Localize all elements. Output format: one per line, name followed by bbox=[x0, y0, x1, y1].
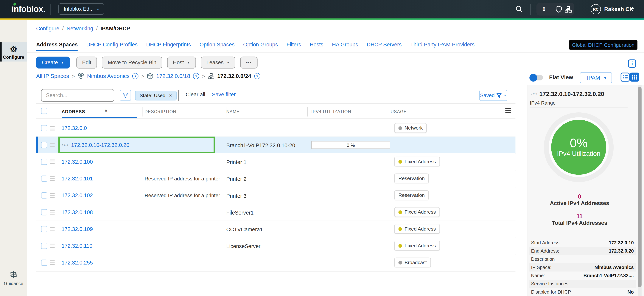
column-header-utilization[interactable]: IPV4 UTILIZATION bbox=[311, 109, 351, 114]
row-checkbox[interactable] bbox=[41, 142, 47, 148]
tab-dhcp-fingerprints[interactable]: DHCP Fingerprints bbox=[146, 41, 191, 51]
list-view-button[interactable] bbox=[621, 73, 630, 81]
saved-filters-button[interactable]: Saved ▼ bbox=[479, 90, 507, 101]
select-all-checkbox[interactable] bbox=[41, 108, 47, 114]
column-header-name[interactable]: NAME bbox=[226, 109, 240, 114]
row-drag-handle-icon[interactable] bbox=[50, 227, 54, 231]
table-row[interactable]: 172.32.0.108 FileServer1 Fixed Address bbox=[36, 204, 516, 221]
global-dhcp-configuration-button[interactable]: Global DHCP Configuration bbox=[569, 40, 637, 50]
user-name[interactable]: Rakesh CK bbox=[604, 6, 634, 12]
row-drag-handle-icon[interactable] bbox=[50, 193, 54, 197]
ip-space-expand-icon[interactable]: ▼ bbox=[132, 73, 138, 79]
sort-asc-icon[interactable]: ∧ bbox=[104, 108, 108, 113]
tab-filters[interactable]: Filters bbox=[286, 41, 301, 51]
focus-highlight-box bbox=[58, 137, 215, 153]
column-header-description[interactable]: DESCRIPTION bbox=[145, 109, 176, 114]
create-button[interactable]: Create ▼ bbox=[36, 57, 70, 69]
view-mode-select[interactable]: IPAM ▼ bbox=[580, 72, 612, 83]
table-row[interactable]: 172.32.0.110 LicenseServer Fixed Address bbox=[36, 237, 516, 255]
tab-third-party-ipam-providers[interactable]: Third Party IPAM Providers bbox=[410, 41, 474, 51]
header-divider bbox=[27, 53, 644, 53]
row-checkbox[interactable] bbox=[41, 192, 47, 198]
table-row[interactable]: 172.32.0.100 Printer 1 Fixed Address bbox=[36, 153, 516, 170]
clear-all-button[interactable]: Clear all bbox=[186, 92, 205, 98]
row-drag-handle-icon[interactable] bbox=[50, 159, 54, 164]
table-row-selected[interactable]: ○○○172.32.0.10-172.32.0.20 Branch1-VoIP1… bbox=[36, 137, 516, 154]
user-menu-chevron-icon[interactable]: ˅ bbox=[632, 6, 634, 11]
address-link[interactable]: 172.32.0.102 bbox=[62, 192, 93, 198]
row-checkbox[interactable] bbox=[41, 176, 47, 182]
row-drag-handle-icon[interactable] bbox=[50, 244, 54, 248]
address-link[interactable]: 172.32.0.101 bbox=[62, 176, 93, 182]
row-drag-handle-icon[interactable] bbox=[50, 210, 54, 214]
tab-address-spaces[interactable]: Address Spaces bbox=[36, 41, 78, 51]
address-link[interactable]: 172.32.0.0 bbox=[62, 125, 87, 131]
tab-hosts[interactable]: Hosts bbox=[310, 41, 323, 51]
table-menu-icon[interactable] bbox=[505, 108, 511, 113]
tab-option-groups[interactable]: Option Groups bbox=[243, 41, 278, 51]
ip-space-link[interactable]: Nimbus Aveonics bbox=[87, 73, 130, 79]
name-cell: CCTVCamera1 bbox=[226, 226, 263, 233]
search-icon[interactable] bbox=[516, 5, 523, 13]
host-button[interactable]: Host ▼ bbox=[167, 57, 196, 69]
notification-count[interactable]: 0 bbox=[536, 6, 552, 12]
top-bar: infoblox. Infoblox Ed... ⌄ 0 bbox=[0, 0, 644, 18]
breadcrumb-configure[interactable]: Configure bbox=[36, 25, 59, 31]
row-checkbox[interactable] bbox=[41, 159, 47, 165]
flat-view-toggle-knob[interactable] bbox=[530, 74, 537, 82]
tab-dhcp-config-profiles[interactable]: DHCP Config Profiles bbox=[86, 41, 138, 51]
row-drag-handle-icon[interactable] bbox=[50, 260, 54, 265]
chip-close-icon[interactable]: × bbox=[169, 93, 172, 98]
address-link[interactable]: 172.32.0.109 bbox=[62, 226, 93, 232]
address-link[interactable]: 172.32.0.255 bbox=[62, 260, 93, 266]
network-link[interactable]: 172.32.0.0/18 bbox=[156, 73, 190, 79]
sitemap-icon[interactable] bbox=[565, 6, 572, 12]
address-link[interactable]: 172.32.0.108 bbox=[62, 209, 93, 215]
address-link[interactable]: 172.32.0.100 bbox=[62, 159, 93, 165]
sidebar-item-guidance[interactable]: Guidance bbox=[0, 271, 27, 286]
tab-ha-groups[interactable]: HA Groups bbox=[332, 41, 358, 51]
topbar-divider bbox=[583, 4, 583, 15]
chevron-down-icon: ▼ bbox=[226, 61, 230, 64]
more-actions-button[interactable]: ••• bbox=[240, 57, 258, 69]
save-filter-link[interactable]: Save filter bbox=[212, 92, 236, 98]
info-icon[interactable]: i bbox=[628, 59, 636, 68]
table-row[interactable]: 172.32.0.109 CCTVCamera1 Fixed Address bbox=[36, 221, 516, 238]
table-row[interactable]: 172.32.0.102 Reserved IP address for a p… bbox=[36, 187, 516, 204]
avatar[interactable]: RC bbox=[590, 4, 601, 14]
filter-funnel-button[interactable] bbox=[120, 90, 131, 101]
breadcrumb-separator: / bbox=[96, 25, 98, 31]
table-row[interactable]: 172.32.0.255 Broadcast bbox=[36, 254, 516, 271]
breadcrumb-networking[interactable]: Networking bbox=[66, 25, 93, 31]
row-checkbox[interactable] bbox=[41, 209, 47, 215]
network-expand-icon[interactable]: ▼ bbox=[193, 73, 199, 79]
filter-chip-state-used[interactable]: State: Used × bbox=[135, 91, 176, 101]
panel-scrollbar-thumb[interactable] bbox=[638, 87, 642, 287]
address-link[interactable]: 172.32.0.110 bbox=[62, 243, 92, 249]
row-drag-handle-icon[interactable] bbox=[50, 126, 54, 130]
edit-button[interactable]: Edit bbox=[76, 57, 97, 69]
column-header-address[interactable]: ADDRESS bbox=[62, 109, 85, 114]
table-row[interactable]: 172.32.0.0 Network bbox=[36, 120, 516, 137]
row-drag-handle-icon[interactable] bbox=[50, 143, 54, 147]
row-checkbox[interactable] bbox=[41, 243, 47, 249]
row-drag-handle-icon[interactable] bbox=[50, 176, 54, 181]
row-checkbox[interactable] bbox=[41, 260, 47, 266]
row-checkbox[interactable] bbox=[41, 226, 47, 232]
sidebar-item-configure[interactable]: ⚙ Configure bbox=[0, 42, 27, 61]
shield-icon[interactable] bbox=[556, 6, 562, 13]
subnet-expand-icon[interactable]: ▼ bbox=[254, 73, 260, 79]
usage-label: Fixed Address bbox=[404, 209, 436, 215]
app-selector-dropdown[interactable]: Infoblox Ed... ⌄ bbox=[58, 3, 104, 15]
row-checkbox[interactable] bbox=[41, 125, 47, 131]
app-root: infoblox. Infoblox Ed... ⌄ 0 bbox=[0, 0, 644, 296]
search-input[interactable] bbox=[41, 89, 114, 102]
table-row[interactable]: 172.32.0.101 Reserved IP address for a p… bbox=[36, 170, 516, 187]
move-to-recycle-bin-button[interactable]: Move to Recycle Bin bbox=[102, 57, 162, 69]
leases-button[interactable]: Leases ▼ bbox=[201, 57, 236, 69]
column-header-usage[interactable]: USAGE bbox=[390, 109, 406, 114]
all-ip-spaces-link[interactable]: All IP Spaces bbox=[36, 73, 69, 79]
grid-view-button[interactable] bbox=[630, 73, 639, 81]
tab-dhcp-servers[interactable]: DHCP Servers bbox=[367, 41, 402, 51]
tab-option-spaces[interactable]: Option Spaces bbox=[200, 41, 235, 51]
